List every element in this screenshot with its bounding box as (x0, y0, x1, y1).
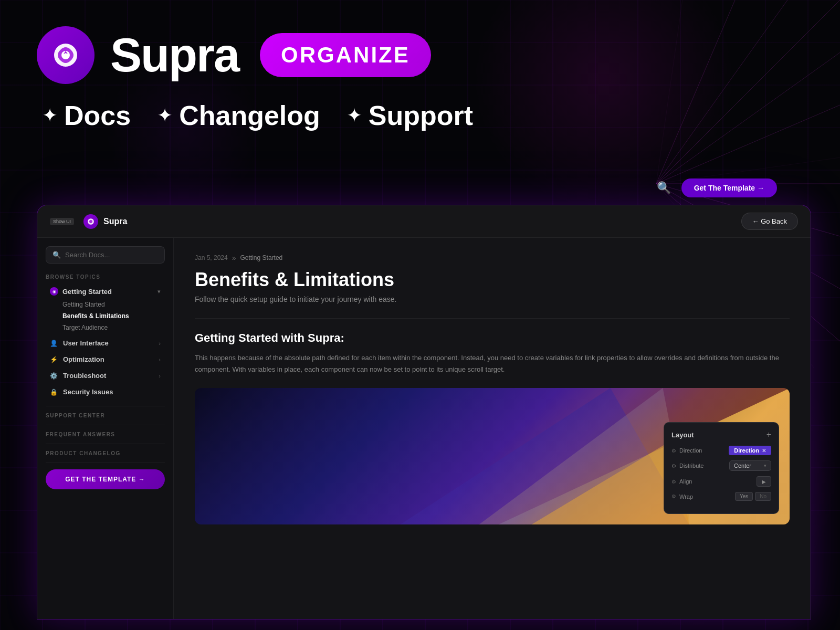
sidebar-item-troubleshoot[interactable]: ⚙️ Troubleshoot › (46, 368, 165, 383)
star-icon-changelog: ✦ (157, 106, 173, 125)
gear-icon: ⚙️ (50, 372, 58, 380)
layout-row-wrap: ⚙ Wrap Yes No (671, 492, 771, 501)
search-box[interactable]: 🔍 Search Docs... (46, 246, 165, 264)
wrap-yes-no: Yes No (735, 492, 771, 501)
gear-icon-align: ⚙ (671, 479, 676, 485)
header-section: Supra ORGANIZE ✦ Docs ✦ Changelog ✦ Supp… (37, 26, 803, 131)
nav-row: ✦ Docs ✦ Changelog ✦ Support (42, 100, 803, 131)
doc-subtitle: Follow the quick setup guide to initiate… (195, 295, 790, 303)
layout-row-direction: ⚙ Direction Direction ✕ (671, 446, 771, 455)
sidebar-item-optimization-label: Optimization (63, 355, 104, 363)
sidebar-group-left: ◉ Getting Started (50, 287, 112, 296)
get-template-button-top[interactable]: Get The Template → (681, 178, 777, 197)
doc-title: Benefits & Limitations (195, 268, 790, 291)
chevron-down-distribute: ▾ (764, 463, 766, 468)
content-area: 🔍 Search Docs... BROWSE TOPICS ◉ Getting… (37, 238, 811, 620)
wrap-no-button[interactable]: No (755, 492, 771, 501)
nav-item-docs[interactable]: ✦ Docs (42, 100, 131, 131)
gear-icon-direction: ⚙ (671, 448, 676, 454)
close-icon-direction[interactable]: ✕ (762, 448, 766, 454)
layout-panel: Layout + ⚙ Direction Direction ✕ (664, 422, 779, 514)
direction-value: Direction (734, 447, 759, 454)
wrap-label: Wrap (679, 494, 693, 500)
layout-panel-header: Layout + (671, 430, 771, 439)
sidebar-sub-items-getting-started: Getting Started Benefits & Limitations T… (46, 299, 165, 333)
show-ui-badge: Show UI (50, 218, 74, 225)
doc-section-title: Getting Started with Supra: (195, 331, 790, 345)
layout-row-distribute: ⚙ Distribute Center ▾ (671, 460, 771, 471)
sidebar-item-troubleshoot-label: Troubleshoot (63, 372, 106, 380)
distribute-label: Distribute (679, 463, 704, 469)
breadcrumb-date: Jan 5, 2024 (195, 254, 228, 261)
window-logo-sm (83, 214, 98, 229)
distribute-select[interactable]: Center ▾ (729, 460, 771, 471)
breadcrumb: Jan 5, 2024 » Getting Started (195, 254, 790, 262)
frequent-answers-label: FREQUENT ANSWERS (46, 432, 165, 437)
doc-preview: Layout + ⚙ Direction Direction ✕ (195, 388, 790, 524)
star-icon-support: ✦ (346, 106, 362, 125)
sidebar-item-security-label: Security Issues (63, 388, 113, 396)
get-template-button-sidebar[interactable]: GET THE TEMPLATE → (46, 469, 165, 489)
star-icon-docs: ✦ (42, 106, 58, 125)
sidebar-sub-item-getting-started[interactable]: Getting Started (58, 299, 165, 310)
layout-label-direction: ⚙ Direction (671, 447, 702, 454)
divider-3 (46, 444, 165, 444)
logo-circle (37, 26, 94, 84)
chevron-right-icon-opt: › (159, 356, 161, 363)
doc-body-text: This happens because of the absolute pat… (195, 352, 790, 375)
divider-2 (46, 425, 165, 425)
nav-label-docs: Docs (64, 100, 131, 131)
layout-label-wrap: ⚙ Wrap (671, 494, 693, 500)
align-label: Align (679, 478, 692, 485)
nav-item-changelog[interactable]: ✦ Changelog (157, 100, 320, 131)
sidebar-item-user-interface[interactable]: 👤 User Interface › (46, 335, 165, 351)
search-icon-sidebar: 🔍 (52, 251, 61, 259)
go-back-button[interactable]: ← Go Back (741, 213, 798, 230)
support-center-label: SUPPORT CENTER (46, 413, 165, 418)
search-icon-top[interactable]: 🔍 (657, 181, 671, 195)
product-changelog-label: PRODUCT CHANGELOG (46, 450, 165, 456)
sidebar-group-label-getting-started: Getting Started (62, 288, 112, 296)
sidebar: 🔍 Search Docs... BROWSE TOPICS ◉ Getting… (37, 238, 174, 620)
nav-item-support[interactable]: ✦ Support (346, 100, 473, 131)
logo-icon (50, 39, 81, 71)
nav-label-changelog: Changelog (179, 100, 320, 131)
browse-topics-label: BROWSE TOPICS (46, 274, 165, 280)
plus-icon[interactable]: + (766, 430, 771, 439)
align-play-button[interactable]: ▶ (757, 476, 771, 487)
chevron-right-icon-ui: › (159, 340, 161, 346)
window-title: Supra (103, 217, 127, 226)
chevron-down-icon: ▾ (158, 288, 161, 295)
layout-label-distribute: ⚙ Distribute (671, 463, 704, 469)
brand-row: Supra ORGANIZE (37, 26, 803, 84)
user-icon: 👤 (50, 340, 58, 347)
gear-icon-wrap: ⚙ (671, 494, 676, 499)
window-topbar: Show UI Supra ← Go Back (37, 205, 811, 238)
direction-tag[interactable]: Direction ✕ (729, 446, 771, 455)
chevron-right-icon-ts: › (159, 373, 161, 379)
window-brand: Supra (83, 214, 127, 229)
top-right-bar: 🔍 Get The Template → (657, 178, 777, 197)
gear-icon-distribute: ⚙ (671, 463, 676, 469)
brand-name: Supra (110, 28, 239, 82)
divider-4 (46, 463, 165, 463)
organize-pill: ORGANIZE (260, 33, 431, 77)
nav-label-support: Support (369, 100, 473, 131)
sidebar-sub-item-target-audience[interactable]: Target Audience (58, 322, 165, 333)
lock-icon: 🔒 (50, 388, 58, 396)
sidebar-item-optimization[interactable]: ⚡ Optimization › (46, 352, 165, 367)
wrap-yes-button[interactable]: Yes (735, 492, 753, 501)
sidebar-sub-item-benefits[interactable]: Benefits & Limitations (58, 310, 165, 322)
sidebar-group-header-getting-started[interactable]: ◉ Getting Started ▾ (46, 284, 165, 299)
sidebar-item-user-interface-label: User Interface (63, 339, 109, 347)
sidebar-item-security[interactable]: 🔒 Security Issues (46, 384, 165, 400)
layout-label-align: ⚙ Align (671, 478, 692, 485)
lightning-icon: ⚡ (50, 356, 58, 363)
layout-row-align: ⚙ Align ▶ (671, 476, 771, 487)
breadcrumb-item: Getting Started (240, 254, 283, 261)
search-input[interactable]: Search Docs... (65, 251, 158, 259)
doc-divider (195, 318, 790, 319)
divider-1 (46, 406, 165, 406)
layout-panel-title: Layout (671, 431, 694, 439)
direction-label: Direction (679, 447, 702, 454)
